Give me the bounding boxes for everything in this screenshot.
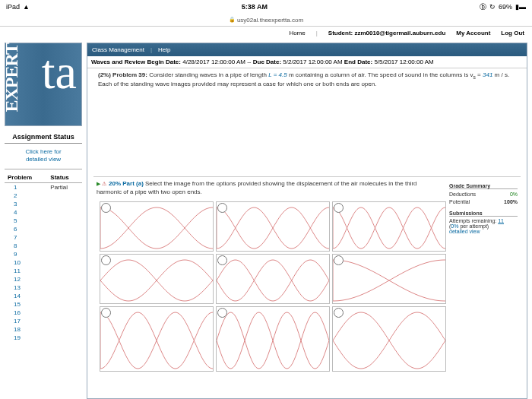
- table-row[interactable]: 1Partial: [5, 182, 82, 192]
- nav-student: Student: zzm0010@tigermail.auburn.edu: [328, 30, 446, 36]
- table-row[interactable]: 17: [5, 317, 82, 325]
- nav-account[interactable]: My Account: [456, 30, 490, 36]
- bluetooth-icon: ⓑ: [480, 2, 486, 12]
- table-row[interactable]: 3: [5, 200, 82, 208]
- table-row[interactable]: 12: [5, 275, 82, 283]
- assignment-status-head: Assignment Status: [5, 131, 82, 144]
- brand-text-ta: ta: [42, 54, 77, 90]
- option-1[interactable]: [100, 201, 214, 252]
- nav-home[interactable]: Home: [289, 30, 305, 36]
- detailed-view-link[interactable]: Click here for detailed view: [5, 144, 82, 169]
- part-a: ▶⚠20% Part (a) Select the image from the…: [93, 176, 521, 398]
- lock-icon: 🔒: [229, 17, 236, 23]
- clock: 5:38 AM: [242, 3, 268, 11]
- option-radio[interactable]: [217, 203, 227, 213]
- table-row[interactable]: 15: [5, 300, 82, 309]
- option-radio[interactable]: [217, 255, 227, 265]
- help-link[interactable]: Help: [158, 46, 170, 53]
- table-row[interactable]: 2: [5, 192, 82, 200]
- table-row[interactable]: 9: [5, 250, 82, 258]
- ios-status-bar: iPad▲ 5:38 AM ⓑ↻69%▮▬: [0, 0, 532, 14]
- table-row[interactable]: 19: [5, 334, 82, 342]
- option-9[interactable]: [332, 306, 446, 372]
- url-text: usy02al.theexpertta.com: [237, 17, 303, 24]
- table-row[interactable]: 14: [5, 292, 82, 300]
- option-radio[interactable]: [334, 203, 344, 213]
- options-grid: [93, 201, 446, 372]
- class-management-link[interactable]: Class Management: [92, 46, 144, 53]
- option-radio[interactable]: [334, 255, 344, 265]
- battery-icon: ▮▬: [515, 3, 526, 11]
- sidebar: Assignment Status Click here for detaile…: [5, 131, 82, 342]
- option-radio[interactable]: [334, 308, 344, 318]
- dates-line: Waves and Review Begin Date: 4/28/2017 1…: [87, 56, 527, 68]
- option-3[interactable]: [332, 201, 446, 252]
- option-2[interactable]: [216, 201, 330, 252]
- col-problem: Problem: [5, 173, 47, 183]
- nav-sep: |: [316, 30, 318, 36]
- option-radio[interactable]: [101, 255, 111, 265]
- wifi-icon: ▲: [23, 3, 30, 11]
- option-4[interactable]: [100, 254, 214, 304]
- option-radio[interactable]: [101, 308, 111, 318]
- table-row[interactable]: 4: [5, 208, 82, 217]
- grade-summary: Grade Summary Deductions0% Potential100%…: [446, 180, 521, 398]
- table-row[interactable]: 8: [5, 242, 82, 250]
- play-icon: ▶: [97, 180, 100, 187]
- part-question: ▶⚠20% Part (a) Select the image from the…: [93, 180, 446, 201]
- option-7[interactable]: [100, 306, 214, 372]
- table-row[interactable]: 16: [5, 309, 82, 317]
- problem-text: (2%) Problem 39: Consider standing waves…: [87, 68, 527, 91]
- table-row[interactable]: 13: [5, 283, 82, 292]
- warn-icon: ⚠: [102, 180, 106, 187]
- attempts-link[interactable]: 11: [498, 218, 504, 223]
- table-row[interactable]: 18: [5, 325, 82, 334]
- orientation-icon: ↻: [489, 3, 496, 11]
- top-nav: Home | Student: zzm0010@tigermail.auburn…: [0, 26, 532, 40]
- option-radio[interactable]: [101, 203, 111, 213]
- col-status: Status: [47, 173, 82, 183]
- battery-pct: 69%: [499, 3, 512, 11]
- device-label: iPad: [6, 3, 20, 11]
- table-row[interactable]: 11: [5, 267, 82, 275]
- brand-text-expert: EXPERT: [4, 43, 21, 112]
- main-panel: Class Management | Help Waves and Review…: [87, 43, 527, 399]
- option-6[interactable]: [332, 254, 446, 304]
- option-5[interactable]: [216, 254, 330, 304]
- problem-table: ProblemStatus 1Partial234567891011121314…: [5, 173, 82, 342]
- blue-band: Class Management | Help: [87, 43, 527, 56]
- detailed-view-link-2[interactable]: detailed view: [449, 229, 518, 234]
- option-radio[interactable]: [217, 308, 227, 318]
- table-row[interactable]: 7: [5, 233, 82, 242]
- table-row[interactable]: 10: [5, 258, 82, 267]
- option-8[interactable]: [216, 306, 330, 372]
- nav-logout[interactable]: Log Out: [501, 30, 524, 36]
- url-bar[interactable]: 🔒usy02al.theexpertta.com: [0, 14, 532, 26]
- table-row[interactable]: 6: [5, 225, 82, 233]
- brand-logo: EXPERT ta: [5, 43, 82, 126]
- table-row[interactable]: 5: [5, 217, 82, 225]
